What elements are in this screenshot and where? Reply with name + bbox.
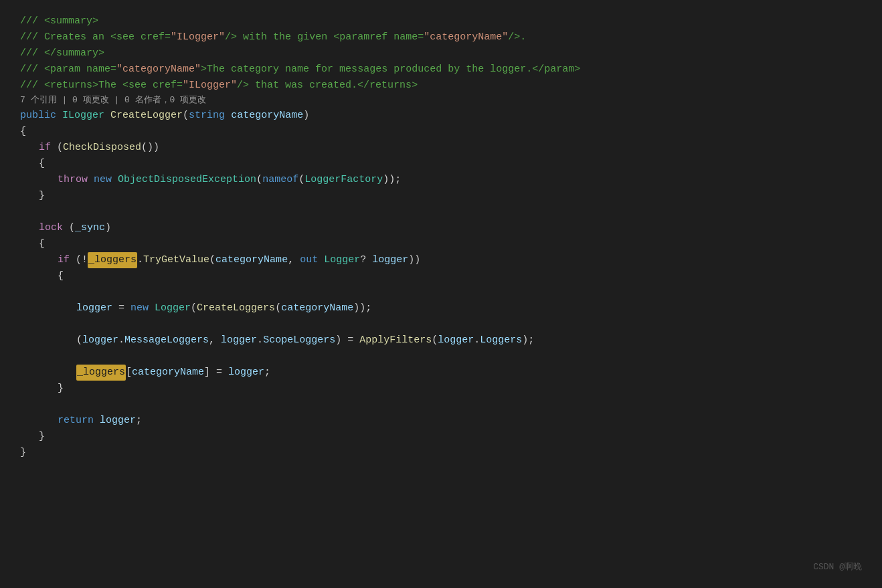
line-loggers-assign: _loggers [ categoryName ] = logger ; [20,365,862,381]
line-brace-open-0: { [20,124,862,140]
line-comment-4: /// <param name="categoryName">The categ… [20,62,862,78]
line-throw: throw new ObjectDisposedException ( name… [20,172,862,188]
line-comment-5: /// <returns>The <see cref="ILogger"/> t… [20,78,862,94]
line-brace-open-1b: { [20,236,862,252]
line-empty-5 [20,397,862,413]
line-brace-open-1a: { [20,156,862,172]
line-comment-2: /// Creates an <see cref="ILogger"/> wit… [20,29,862,45]
line-empty-3 [20,316,862,332]
line-comment-1: /// <summary> [20,13,862,29]
line-comment-3: /// </summary> [20,45,862,62]
line-empty-2 [20,284,862,300]
watermark: CSDN @啊晚 [813,561,862,575]
line-brace-close-2: } [20,381,862,397]
line-brace-close-1a: } [20,188,862,204]
code-container: /// <summary> /// Creates an <see cref="… [20,13,862,461]
line-return: return logger ; [20,413,862,429]
line-empty-4 [20,349,862,365]
line-brace-open-2: { [20,268,862,284]
line-if-loggers: if (!_loggers.TryGetValue(categoryName, … [20,252,862,268]
line-apply-filters: ( logger . MessageLoggers , logger . Sco… [20,332,862,349]
line-brace-close-1b: } [20,429,862,445]
line-if-check: if ( CheckDisposed ()) [20,140,862,156]
line-lock: lock ( _sync ) [20,220,862,236]
line-logger-new: logger = new Logger ( CreateLoggers ( ca… [20,300,862,316]
line-empty-1 [20,204,862,220]
line-brace-close-0: } [20,445,862,461]
line-meta: 7 个引用 | 0 项更改 | 0 名作者，0 项更改 [20,94,862,108]
line-signature: public ILogger CreateLogger ( string cat… [20,108,862,124]
